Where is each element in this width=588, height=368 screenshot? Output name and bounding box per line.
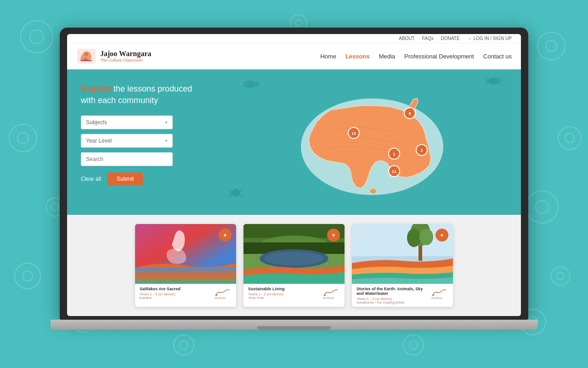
svg-point-13 [546, 40, 557, 52]
card-1-image: ▼ [135, 224, 236, 284]
card-1-play-button[interactable]: ▼ [219, 229, 232, 242]
nav-media[interactable]: Media [379, 53, 395, 60]
utility-bar: ABOUT FAQs DONATE → LOG IN / SIGN UP [67, 34, 521, 43]
card-1-community: Kokatha [140, 296, 211, 299]
svg-point-40 [233, 189, 238, 192]
filter-group: Subjects Year Level Clear all [81, 115, 173, 185]
subjects-select-wrapper: Subjects [81, 115, 173, 129]
card-3-community: Gunaikurnai / The Gupiling Artists [356, 301, 428, 304]
logo-text: Jajoo Warngara The Culture Classroom [100, 50, 151, 63]
australia-svg: 8 13 1 2 [280, 89, 455, 195]
svg-point-8 [15, 263, 40, 289]
card-3-logo: Jajoo Warngara [430, 287, 448, 299]
svg-point-1 [30, 30, 44, 44]
card-3-text: Stories of the Earth: Animals, Sky and W… [356, 287, 428, 304]
card-3-year-tag: Years 1 - 2 (or above) [356, 297, 428, 301]
filter-buttons: Clear all Submit [81, 172, 173, 185]
card-2-info: Sustainable Living Years 1 - 2 (or above… [243, 284, 345, 302]
svg-point-18 [551, 267, 570, 285]
svg-point-25 [180, 341, 188, 349]
svg-point-78 [433, 295, 434, 296]
nav-home[interactable]: Home [320, 53, 336, 60]
svg-line-44 [240, 195, 243, 196]
svg-text:Jajoo Warngara: Jajoo Warngara [431, 297, 443, 299]
turtle-decoration [228, 185, 244, 201]
login-label[interactable]: LOG IN / SIGN UP [474, 36, 512, 41]
australia-map: 8 13 1 2 [280, 89, 455, 195]
svg-point-32 [488, 77, 499, 85]
hero-section: Explore the lessons produced with each c… [67, 69, 521, 215]
svg-text:13: 13 [351, 131, 356, 136]
svg-point-23 [295, 20, 302, 26]
svg-line-42 [240, 190, 243, 191]
nav-contact-us[interactable]: Contact us [483, 53, 512, 60]
laptop-base [51, 320, 537, 330]
laptop-screen: ABOUT FAQs DONATE → LOG IN / SIGN UP [67, 34, 521, 316]
card-1-logo: Jajoo Warngara [213, 287, 232, 299]
svg-point-12 [537, 32, 565, 60]
header: Jajoo Warngara The Culture Classroom Hom… [67, 43, 521, 69]
svg-line-36 [499, 77, 502, 80]
svg-text:Jajoo Warngara: Jajoo Warngara [322, 297, 334, 299]
faqs-link[interactable]: FAQs [422, 36, 434, 41]
donate-link[interactable]: DONATE [441, 36, 460, 41]
card-2-title: Sustainable Living [248, 287, 320, 291]
card-3-play-button[interactable]: ▼ [435, 229, 448, 242]
laptop-frame: ABOUT FAQs DONATE → LOG IN / SIGN UP [51, 28, 537, 340]
logo-area: Jajoo Warngara The Culture Classroom [76, 48, 151, 64]
svg-point-4 [9, 124, 37, 152]
lesson-card-3[interactable]: ▼ Stories of the Earth: Animals, Sky and… [352, 224, 453, 307]
svg-point-47 [245, 82, 247, 84]
website-content: ABOUT FAQs DONATE → LOG IN / SIGN UP [67, 34, 521, 316]
card-3-info: Stories of the Earth: Animals, Sky and W… [352, 284, 453, 307]
svg-point-27 [409, 341, 418, 349]
card-1-info: Saltlakes Are Sacred Years 1 - 2 (or abo… [135, 284, 236, 302]
logo-name: Jajoo Warngara [100, 50, 151, 58]
lesson-card-1[interactable]: ▼ Saltlakes Are Sacred Years 1 - 2 (or a… [135, 224, 236, 307]
nav-lessons[interactable]: Lessons [345, 53, 370, 60]
svg-text:11: 11 [392, 169, 396, 174]
login-icon: → [467, 36, 472, 41]
svg-line-38 [499, 82, 502, 85]
login-button[interactable]: → LOG IN / SIGN UP [467, 36, 512, 41]
logo-icon [76, 48, 96, 64]
svg-line-33 [485, 77, 488, 80]
svg-text:1: 1 [393, 152, 395, 156]
svg-point-0 [21, 21, 53, 53]
svg-point-15 [565, 133, 574, 143]
explore-text: Explore [81, 84, 111, 93]
svg-point-19 [557, 272, 564, 280]
play-icon-3: ▼ [440, 233, 444, 238]
hero-title: Explore the lessons produced with each c… [81, 83, 205, 106]
clear-all-link[interactable]: Clear all [81, 176, 101, 182]
subjects-select[interactable]: Subjects [81, 115, 173, 129]
card-1-year-tag: Years 1 - 2 (or above) [140, 292, 211, 296]
card-2-year-tag: Years 1 - 2 (or above) [248, 292, 320, 296]
card-2-image: ▼ [243, 224, 345, 284]
laptop-screen-frame: ABOUT FAQs DONATE → LOG IN / SIGN UP [60, 28, 528, 320]
hero-map: 8 13 1 2 [214, 69, 521, 215]
year-level-select-wrapper: Year Level [81, 134, 173, 148]
card-2-text: Sustainable Living Years 1 - 2 (or above… [248, 287, 320, 299]
search-input[interactable] [81, 152, 173, 166]
svg-point-77 [419, 229, 433, 245]
svg-point-5 [17, 132, 28, 144]
svg-point-69 [264, 252, 324, 265]
cards-section: ▼ Saltlakes Are Sacred Years 1 - 2 (or a… [67, 215, 521, 316]
year-level-select[interactable]: Year Level [81, 134, 173, 148]
fish-decoration [242, 79, 260, 90]
svg-text:8: 8 [408, 111, 411, 116]
play-icon-1: ▼ [223, 233, 227, 238]
svg-point-45 [243, 80, 256, 88]
submit-button[interactable]: Submit [107, 172, 143, 185]
svg-point-70 [324, 295, 326, 296]
svg-point-14 [558, 126, 581, 150]
card-2-play-button[interactable]: ▼ [327, 229, 340, 242]
nav-professional-development[interactable]: Professional Development [404, 53, 474, 60]
lesson-card-2[interactable]: ▼ Sustainable Living Years 1 - 2 (or abo… [243, 224, 345, 307]
card-1-title: Saltlakes Are Sacred [140, 287, 211, 291]
svg-point-17 [536, 201, 548, 213]
about-link[interactable]: ABOUT [399, 36, 414, 41]
svg-marker-46 [256, 81, 260, 87]
svg-line-41 [229, 190, 231, 191]
